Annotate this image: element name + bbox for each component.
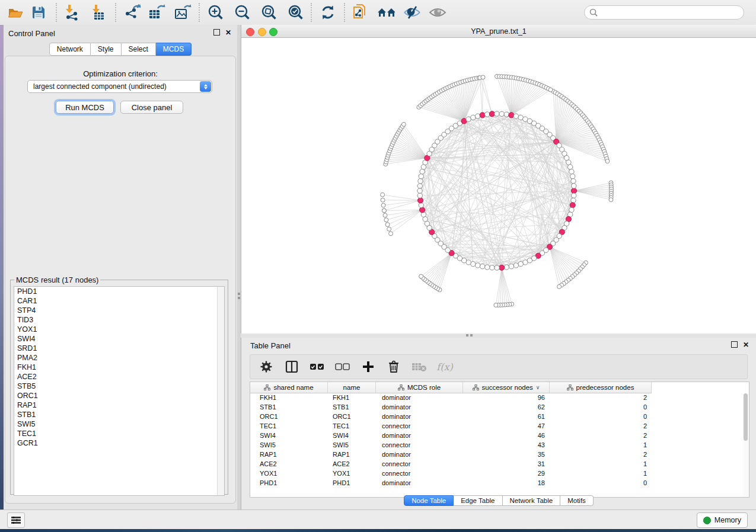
import-table-icon[interactable] [89,4,107,21]
close-panel-icon[interactable]: ✕ [225,30,231,36]
tab-style[interactable]: Style [91,43,122,56]
result-item[interactable]: GCR1 [14,438,224,448]
toolbar-separator [115,3,116,22]
result-item[interactable]: CAR1 [14,296,224,306]
cell-successor-nodes: 96 [463,394,550,401]
homes-icon[interactable] [377,4,395,21]
refresh-icon[interactable] [319,4,337,21]
result-item[interactable]: ACE2 [14,372,224,382]
column-header-name[interactable]: name [328,382,376,393]
table-row[interactable]: TEC1TEC1connector472 [250,421,749,431]
export-image-icon[interactable] [174,4,192,21]
table-row[interactable]: YOX1YOX1connector291 [250,469,749,478]
cell-successor-nodes: 35 [463,451,550,458]
open-icon[interactable] [7,4,24,21]
network-canvas-area[interactable] [241,38,756,334]
cell-successor-nodes: 62 [463,403,550,411]
cell-name: RAP1 [328,451,376,458]
cell-name: FKH1 [328,394,376,401]
mcds-result-list[interactable]: PHD1CAR1STP4TID3YOX1SWI4SRD1PMA2FKH1ACE2… [14,286,225,496]
cell-shared-name: ACE2 [250,460,328,467]
zoom-selected-icon[interactable] [287,4,305,21]
result-item[interactable]: STB1 [14,410,224,419]
cell-successor-nodes: 43 [463,441,550,448]
table-row[interactable]: FKH1FKH1dominator962 [250,393,749,402]
table-row[interactable]: STB1STB1dominator620 [250,402,749,412]
table-row[interactable]: SWI5SWI5connector431 [250,440,749,450]
table-row[interactable]: SWI4SWI4dominator462 [250,431,749,440]
table-scrollbar[interactable] [743,393,748,497]
column-header-predecessor-nodes[interactable]: predecessor nodes [550,382,652,393]
result-item[interactable]: TID3 [14,315,224,325]
result-item[interactable]: FKH1 [14,363,224,372]
eye-icon[interactable] [429,4,446,21]
export-network-icon[interactable] [123,4,141,21]
cell-MCDS-role: dominator [376,394,463,401]
zoom-out-icon[interactable] [234,4,251,21]
network-search-field[interactable] [584,5,744,20]
toolbar-separator [199,3,200,22]
cell-successor-nodes: 29 [463,470,550,477]
import-network-icon[interactable] [63,4,81,21]
show-columns-icon[interactable] [284,359,299,374]
control-panel-header: Control Panel ✕ [4,25,237,41]
eye-slash-icon[interactable] [403,4,421,21]
cell-predecessor-nodes: 2 [550,394,652,401]
result-item[interactable]: SWI5 [14,419,224,429]
horizontal-splitter[interactable] [241,334,756,338]
delete-column-icon[interactable] [386,359,401,374]
network-canvas[interactable] [241,38,756,334]
result-list-scrollbar[interactable] [217,287,224,495]
search-input[interactable] [598,8,744,17]
zoom-fit-icon[interactable] [260,4,278,21]
column-header-shared-name[interactable]: shared name [250,382,328,393]
select-all-icon[interactable] [310,359,325,374]
close-table-panel-icon[interactable]: ✕ [743,342,749,348]
table-row[interactable]: PHD1PHD1dominator180 [250,478,749,488]
network-window-titlebar[interactable]: YPA_prune.txt_1 [241,25,756,38]
deselect-all-icon[interactable] [335,359,350,374]
table-settings-gear-icon[interactable] [259,359,274,374]
add-column-icon[interactable] [361,359,376,374]
result-item[interactable]: STB5 [14,382,224,391]
result-item[interactable]: RAP1 [14,400,224,410]
panel-menu-button[interactable] [7,512,25,528]
table-row[interactable]: ACE2ACE2connector311 [250,459,749,469]
tab-mcds[interactable]: MCDS [156,43,192,56]
tab-network-table[interactable]: Network Table [503,495,561,506]
result-item[interactable]: SRD1 [14,344,224,353]
cell-shared-name: SWI4 [250,432,328,439]
tab-node-table[interactable]: Node Table [404,495,454,506]
column-header-MCDS-role[interactable]: MCDS role [376,382,463,393]
zoom-in-icon[interactable] [207,4,225,21]
result-item[interactable]: PHD1 [14,287,224,296]
result-item[interactable]: STP4 [14,306,224,315]
memory-button[interactable]: Memory [697,512,748,528]
network-view-window: YPA_prune.txt_1 [241,25,756,334]
result-item[interactable]: YOX1 [14,325,224,334]
toolbar-separator [56,3,57,22]
criterion-dropdown[interactable]: largest connected component (undirected) [27,80,212,93]
close-panel-button[interactable]: Close panel [120,101,183,114]
save-icon[interactable] [30,4,47,21]
result-item[interactable]: TEC1 [14,429,224,438]
result-item[interactable]: ORC1 [14,391,224,400]
tab-motifs[interactable]: Motifs [560,495,594,506]
tab-edge-table[interactable]: Edge Table [454,495,502,506]
cell-shared-name: TEC1 [250,422,328,430]
result-item[interactable]: SWI4 [14,334,224,344]
column-header-successor-nodes[interactable]: successor nodes∨ [463,382,550,393]
cell-name: ACE2 [328,460,376,467]
tab-network[interactable]: Network [49,43,91,56]
export-table-icon[interactable] [148,4,166,21]
table-row[interactable]: RAP1RAP1dominator352 [250,450,749,459]
float-panel-icon[interactable] [213,29,220,36]
table-row[interactable]: ORC1ORC1dominator610 [250,412,749,421]
tab-select[interactable]: Select [122,43,156,56]
cell-successor-nodes: 46 [463,432,550,439]
result-item[interactable]: PMA2 [14,353,224,363]
cell-MCDS-role: connector [376,422,463,430]
float-table-panel-icon[interactable] [731,341,738,348]
clone-network-icon[interactable] [351,4,369,21]
run-mcds-button[interactable]: Run MCDS [56,101,114,114]
